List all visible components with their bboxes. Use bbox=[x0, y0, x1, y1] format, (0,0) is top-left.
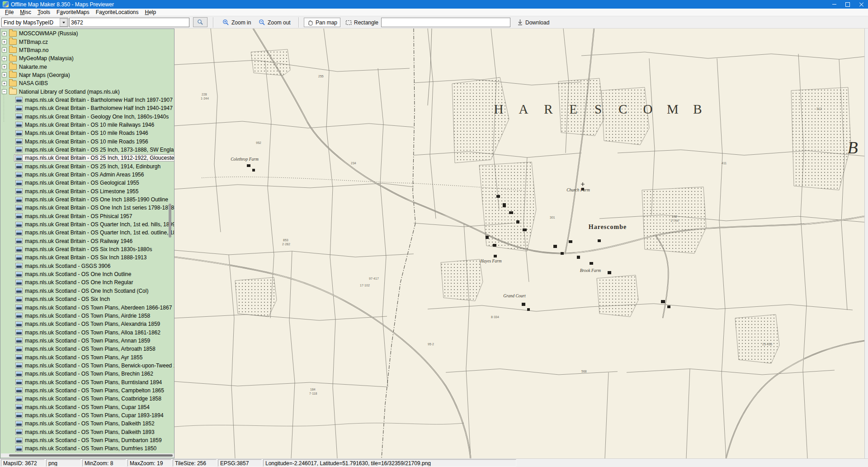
tree-item[interactable]: maps.nls.uk Great Britain - OS Phisical … bbox=[0, 212, 174, 220]
map-place-label: Brook Farm bbox=[580, 268, 601, 273]
tree-item[interactable]: maps.nls.uk Scotland - OS Town Plans, Da… bbox=[0, 419, 174, 428]
tree-item[interactable]: maps.nls.uk Great Britain - Bartholomew … bbox=[0, 104, 174, 112]
tree-item[interactable]: maps.nls.uk Great Britain - OS Quarter I… bbox=[0, 229, 174, 237]
tree-item[interactable]: maps.nls.uk Scotland - OS Town Plans, Be… bbox=[0, 362, 174, 370]
tree-item[interactable]: maps.nls.uk Great Britain - OS One Inch … bbox=[0, 204, 174, 212]
tree-item[interactable]: +Nakarte.me bbox=[0, 62, 174, 71]
tree-item[interactable]: maps.nls.uk Scotland - OS Town Plans, Ab… bbox=[0, 303, 174, 311]
tree-item[interactable]: maps.nls.uk Scotland - OS Town Plans, Da… bbox=[0, 428, 174, 436]
tree-item[interactable]: maps.nls.uk Scotland - OS Town Plans, An… bbox=[0, 337, 174, 345]
tree-item[interactable]: +NASA GIBS bbox=[0, 79, 174, 87]
zoom-out-button[interactable]: Zoom out bbox=[256, 18, 293, 27]
tree-item-label: maps.nls.uk Scotland - OS Town Plans, Du… bbox=[25, 445, 156, 452]
tree-item[interactable]: maps.nls.uk Great Britain - Geology One … bbox=[0, 112, 174, 120]
tree-item[interactable]: maps.nls.uk Great Britain - OS Admin Are… bbox=[0, 171, 174, 179]
map-place-label: Colethrop Farm bbox=[231, 157, 259, 162]
tree-item[interactable]: Maps.nls.uk Great Britain - OS 10 mile R… bbox=[0, 129, 174, 137]
tree-item[interactable]: +MOSCOWMAP (Russia) bbox=[0, 29, 174, 38]
minimize-button[interactable] bbox=[827, 0, 841, 9]
collapse-icon[interactable]: − bbox=[2, 89, 7, 94]
tree-item[interactable]: maps.nls.uk Great Britain - OS 25 Inch, … bbox=[0, 162, 174, 171]
menu-misc[interactable]: Misc bbox=[17, 9, 34, 16]
tree-item[interactable]: +MyGeoMap (Malaysia) bbox=[0, 54, 174, 62]
menu-favoritemaps[interactable]: FavoriteMaps bbox=[53, 9, 93, 16]
tree-item[interactable]: maps.nls.uk Scotland - OS Town Plans, Du… bbox=[0, 444, 174, 453]
tree-item[interactable]: maps.nls.uk Great Britain - OS Railway 1… bbox=[0, 237, 174, 245]
tree-item[interactable]: maps.nls.uk Great Britain - OS Limestone… bbox=[0, 187, 174, 195]
tree-item-label: National Library of Scotland (maps.nls.u… bbox=[19, 89, 120, 95]
map-layer-icon bbox=[15, 280, 23, 286]
expand-icon[interactable]: + bbox=[2, 72, 7, 77]
tree-item[interactable]: Maps.nls.uk Great Britain - OS 10 mile R… bbox=[0, 137, 174, 145]
tree-item[interactable]: maps.nls.uk Scotland - OS One Inch Regul… bbox=[0, 278, 174, 286]
tree-item[interactable]: maps.nls.uk Scotland - OS Town Plans, Ar… bbox=[0, 345, 174, 353]
tree-item[interactable]: maps.nls.uk Great Britain - OS 25 Inch, … bbox=[0, 146, 174, 154]
tree-item[interactable]: maps.nls.uk Scotland - OS One Inch Outli… bbox=[0, 270, 174, 278]
map-layer-icon bbox=[15, 213, 23, 219]
tree-item[interactable]: maps.nls.uk Scotland - OS Town Plans, Bu… bbox=[0, 378, 174, 386]
expand-icon[interactable]: + bbox=[2, 48, 7, 52]
tree-item[interactable]: maps.nls.uk Great Britain - OS Quarter I… bbox=[0, 220, 174, 229]
menu-file[interactable]: File bbox=[2, 9, 17, 16]
toolbar-text-input[interactable] bbox=[381, 18, 510, 27]
search-button[interactable] bbox=[193, 17, 208, 27]
tree-item[interactable]: maps.nls.uk Scotland - OS Town Plans, Ai… bbox=[0, 312, 174, 320]
tree-item-label: maps.nls.uk Scotland - OS Town Plans, Co… bbox=[25, 396, 161, 402]
tree-item[interactable]: maps.nls.uk Scotland - OS Town Plans, Ca… bbox=[0, 386, 174, 395]
map-layer-icon bbox=[15, 371, 23, 377]
rectangle-button[interactable]: Rectangle bbox=[343, 18, 381, 27]
menu-tools[interactable]: Tools bbox=[34, 9, 53, 16]
tree-item[interactable]: maps.nls.uk Scotland - OS Town Plans, Du… bbox=[0, 436, 174, 444]
tree-item-selected[interactable]: maps.nls.uk Great Britain - OS 25 Inch, … bbox=[0, 154, 174, 162]
map-viewport[interactable]: HARESCOMBBColethrop FarmHarescombeBrook … bbox=[175, 29, 864, 458]
tree-item[interactable]: maps.nls.uk Great Britain - OS Six Inch … bbox=[0, 253, 174, 262]
expand-icon[interactable]: + bbox=[2, 81, 7, 86]
map-layer-icon bbox=[15, 188, 23, 194]
tree-item[interactable]: maps.nls.uk Scotland - OS Town Plans, Ay… bbox=[0, 353, 174, 361]
expand-icon[interactable]: + bbox=[2, 39, 7, 44]
tree-item[interactable]: +MTBmap.cz bbox=[0, 38, 174, 46]
tree-item[interactable]: maps.nls.uk Scotland - OS Town Plans, Al… bbox=[0, 320, 174, 328]
tree-item[interactable]: maps.nls.uk Scotland - OS One Inch Scotl… bbox=[0, 287, 174, 295]
tree-horizontal-scrollbar-thumb[interactable] bbox=[9, 454, 173, 457]
tree-item-label: MTBmap.cz bbox=[19, 39, 48, 45]
menu-favoritelocations[interactable]: FavoriteLocations bbox=[93, 9, 142, 16]
map-layer-icon bbox=[15, 105, 23, 111]
zoom-in-button[interactable]: Zoom in bbox=[220, 18, 254, 27]
menu-help[interactable]: Help bbox=[142, 9, 160, 16]
tree-item-label: MTBmap.no bbox=[19, 47, 48, 53]
map-layer-icon bbox=[15, 421, 23, 427]
expand-icon[interactable]: + bbox=[2, 56, 7, 61]
tree-item[interactable]: maps.nls.uk Scotland - OS Six Inch bbox=[0, 295, 174, 303]
tree-item[interactable]: maps.nls.uk Scotland - GSGS 3906 bbox=[0, 262, 174, 270]
tree-item-label: maps.nls.uk Scotland - OS Town Plans, Cu… bbox=[25, 412, 164, 419]
download-button[interactable]: Download bbox=[514, 18, 552, 27]
find-mode-select[interactable]: Find by MapsTypeID bbox=[1, 18, 68, 27]
close-button[interactable] bbox=[854, 0, 868, 9]
tree-item[interactable]: +MTBmap.no bbox=[0, 46, 174, 54]
maps-type-id-input[interactable] bbox=[69, 18, 189, 27]
tree-horizontal-scrollbar[interactable] bbox=[1, 453, 175, 457]
map-layer-icon bbox=[15, 329, 23, 335]
tree-item[interactable]: −National Library of Scotland (maps.nls.… bbox=[0, 87, 174, 95]
tree-item[interactable]: +Napr Maps (Georgia) bbox=[0, 71, 174, 79]
tree-item[interactable]: Maps.nls.uk Great Britain - OS 10 mile R… bbox=[0, 121, 174, 129]
map-layer-icon bbox=[15, 155, 23, 161]
tree-item[interactable]: maps.nls.uk Great Britain - OS One Inch … bbox=[0, 195, 174, 204]
expand-icon[interactable]: + bbox=[2, 31, 7, 36]
tree-item[interactable]: maps.nls.uk Scotland - OS Town Plans, Co… bbox=[0, 395, 174, 403]
tree-item[interactable]: maps.nls.uk Scotland - OS Town Plans, Cu… bbox=[0, 411, 174, 419]
tree-item[interactable]: maps.nls.uk Scotland - OS Town Plans, Cu… bbox=[0, 403, 174, 411]
expand-icon[interactable]: + bbox=[2, 64, 7, 69]
tree-item[interactable]: maps.nls.uk Scotland - OS Town Plans, Al… bbox=[0, 328, 174, 336]
chevron-down-icon[interactable] bbox=[60, 18, 67, 27]
maximize-button[interactable] bbox=[841, 0, 854, 9]
tree-item[interactable]: maps.nls.uk Great Britain - Bartholomew … bbox=[0, 96, 174, 104]
tree-vertical-scrollbar-thumb[interactable] bbox=[169, 204, 171, 238]
status-bar: MapsID: 3672pngMinZoom: 8MaxZoom: 19Tile… bbox=[0, 458, 868, 467]
tree-item[interactable]: maps.nls.uk Great Britain - OS Geologica… bbox=[0, 179, 174, 187]
app-icon bbox=[3, 1, 9, 7]
tree-item[interactable]: maps.nls.uk Great Britain - OS Six Inch … bbox=[0, 245, 174, 253]
tree-item[interactable]: maps.nls.uk Scotland - OS Town Plans, Br… bbox=[0, 370, 174, 378]
pan-map-button[interactable]: Pan map bbox=[304, 18, 340, 27]
